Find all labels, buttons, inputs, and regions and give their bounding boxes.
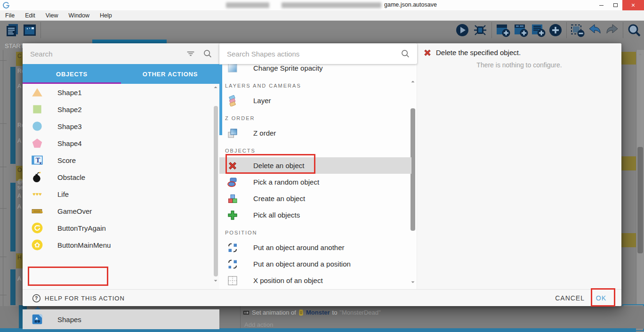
object-row-shape4[interactable]: Shape4 <box>23 135 219 152</box>
object-name: Obstacle <box>57 173 85 181</box>
scrollbar-thumb[interactable] <box>637 147 643 253</box>
action-row-create-an-object[interactable]: Create an object <box>219 190 411 207</box>
object-row-score[interactable]: TxScore <box>23 152 219 169</box>
undo-button[interactable] <box>587 23 602 38</box>
sprite-opacity-icon <box>227 64 238 73</box>
object-name: Shape4 <box>57 139 82 147</box>
redo-button[interactable] <box>605 23 620 38</box>
gdevelop-logo-icon <box>2 1 10 9</box>
action-search-input[interactable] <box>227 50 400 58</box>
object-row-obstacle[interactable]: Obstacle <box>23 169 219 186</box>
menu-edit[interactable]: Edit <box>20 12 40 19</box>
object-name: ButtonMainMenu <box>57 241 111 249</box>
search-icon[interactable] <box>202 49 213 59</box>
action-text: to <box>332 309 338 316</box>
search-icon[interactable] <box>400 49 411 59</box>
action-selector-panel: Change Sprite opacityLAYERS AND CAMERASL… <box>219 43 417 289</box>
cancel-button[interactable]: CANCEL <box>555 290 585 307</box>
scroll-up-icon[interactable] <box>213 85 218 89</box>
action-row-change-sprite-opacity[interactable]: Change Sprite opacity <box>219 64 411 76</box>
object-name: Life <box>57 190 69 198</box>
scene-tab-label[interactable]: START <box>5 42 24 49</box>
action-section-objects: OBJECTS <box>219 141 411 157</box>
object-name: GameOver <box>57 207 92 215</box>
triangle-shape-icon <box>31 86 43 98</box>
group-name: Shapes <box>57 316 81 324</box>
object-row-shape2[interactable]: Shape2 <box>23 101 219 118</box>
menu-help[interactable]: Help <box>95 12 117 19</box>
menu-bar: FileEditViewWindowHelp <box>0 10 644 21</box>
action-label: X position of an object <box>253 276 323 284</box>
condition-action-divider <box>240 306 241 329</box>
circle-shape-icon <box>31 120 43 132</box>
minimize-button[interactable] <box>594 0 608 10</box>
window-controls: × <box>594 0 644 10</box>
action-search-bar <box>219 43 417 64</box>
bomb-icon <box>31 171 43 183</box>
object-selector-panel: OBJECTSOTHER ACTIONS Shape1Shape2Shape3S… <box>23 43 219 289</box>
add-circle-button[interactable] <box>548 23 563 38</box>
action-row-pick-all-objects[interactable]: Pick all objects <box>219 207 411 223</box>
ok-button[interactable]: OK <box>596 290 606 307</box>
add-action-button[interactable]: Add action <box>244 321 273 328</box>
hearts-icon: ♥♥♥ <box>31 188 43 200</box>
object-row-buttonmainmenu[interactable]: ButtonMainMenu <box>23 236 219 253</box>
play-button[interactable] <box>455 23 470 38</box>
action-row-delete-an-object[interactable]: Delete an object <box>219 157 411 174</box>
filter-icon[interactable] <box>185 49 196 59</box>
menu-window[interactable]: Window <box>64 12 95 19</box>
action-row-pick-a-random-object[interactable]: Pick a random object <box>219 174 411 190</box>
event-indent-bar <box>10 183 16 251</box>
title-bar: game.json.autosave × <box>0 0 644 10</box>
add-comment-button[interactable] <box>531 23 546 38</box>
object-name: Score <box>57 156 76 164</box>
delete-object-icon <box>423 48 432 57</box>
add-subevent-button[interactable] <box>513 23 528 38</box>
remove-event-button[interactable] <box>570 23 585 38</box>
put-around-object-icon <box>227 242 238 253</box>
pick-all-objects-icon <box>227 210 238 221</box>
event-tree-tick <box>0 167 7 167</box>
restore-button[interactable] <box>608 0 622 10</box>
debug-button[interactable] <box>473 23 488 38</box>
monster-icon <box>298 309 304 316</box>
event-action-row[interactable]: Set animation of Monster to "MonsterDead… <box>243 309 381 316</box>
actions-list: Change Sprite opacityLAYERS AND CAMERASL… <box>219 64 411 289</box>
tab-other-actions[interactable]: OTHER ACTIONS <box>121 64 219 84</box>
menu-file[interactable]: File <box>0 12 20 19</box>
scroll-up-icon[interactable] <box>638 52 643 57</box>
tab-objects[interactable]: OBJECTS <box>23 64 121 84</box>
redacted-title-text <box>282 2 381 8</box>
action-row-put-an-object-around-a-position[interactable]: Put an object around a position <box>219 256 411 272</box>
action-row-layer[interactable]: Layer <box>219 92 411 109</box>
redacted-title-text <box>226 2 269 8</box>
action-label: Layer <box>253 97 271 105</box>
object-row-shape3[interactable]: Shape3 <box>23 118 219 135</box>
scrollbar-thumb[interactable] <box>214 106 218 276</box>
action-row-put-an-object-around-another[interactable]: Put an object around another <box>219 239 411 256</box>
object-row-buttontryagain[interactable]: ButtonTryAgain <box>23 219 219 236</box>
close-button[interactable]: × <box>622 0 644 10</box>
layer-icon <box>227 95 238 106</box>
object-search-input[interactable] <box>30 50 185 58</box>
scene-editor-button[interactable] <box>22 23 37 38</box>
scroll-down-icon[interactable] <box>213 278 218 283</box>
object-row-life[interactable]: ♥♥♥Life <box>23 186 219 202</box>
help-link[interactable]: ? HELP FOR THIS ACTION <box>32 290 125 307</box>
events-sheet-button[interactable] <box>5 23 20 38</box>
menu-view[interactable]: View <box>40 12 64 19</box>
search-button[interactable] <box>627 23 642 38</box>
event-tree-tick <box>0 123 7 124</box>
action-label: Pick a random object <box>253 178 319 186</box>
put-around-position-icon <box>227 259 238 270</box>
add-event-button[interactable] <box>495 23 510 38</box>
object-row-shape1[interactable]: Shape1 <box>23 84 219 101</box>
action-row-z-order[interactable]: Z order <box>219 125 411 141</box>
group-row-shapes[interactable]: Shapes <box>23 309 219 329</box>
object-row-gameover[interactable]: GameOver <box>23 202 219 219</box>
gameover-sprite-icon <box>31 205 43 217</box>
comment-row <box>621 233 636 247</box>
action-row-x-position-of-an-object[interactable]: X position of an object <box>219 272 411 289</box>
object-tabs: OBJECTSOTHER ACTIONS <box>23 64 219 84</box>
toolbar-divider <box>566 22 567 38</box>
